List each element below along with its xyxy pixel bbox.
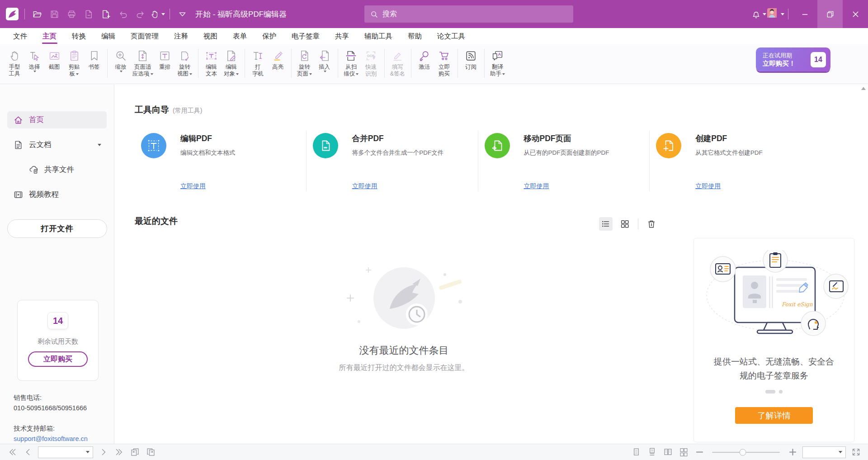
ribbon-tool-insert-pages[interactable]: 插入 [315,47,335,72]
use-now-link[interactable]: 立即使用 [524,182,549,190]
use-now-link[interactable]: 立即使用 [352,182,377,190]
ribbon-tool-translate[interactable]: A翻译助手 [488,47,508,77]
open-file-button[interactable]: 打开文件 [7,219,107,238]
carousel-dot-active[interactable] [765,390,775,394]
ribbon-tool-typewriter[interactable]: 打字机 [248,47,268,77]
next-page-button[interactable] [97,446,109,458]
ribbon-tool-zoom[interactable]: 缩放 [111,47,131,72]
ribbon-tool-ocr[interactable]: OCR快速识别 [361,47,381,77]
next-view-button[interactable] [145,446,156,458]
save-icon[interactable] [46,5,63,23]
first-page-button[interactable] [6,446,18,458]
ribbon-tool-highlight[interactable]: 高亮 [268,47,288,71]
print-icon[interactable] [63,5,80,23]
use-now-link[interactable]: 立即使用 [695,182,721,190]
grid-view-button[interactable] [618,217,632,231]
fullscreen-button[interactable] [850,446,862,458]
ribbon-tool-label: 激活 [419,64,430,71]
menu-item-4[interactable]: 页面管理 [123,28,166,44]
ribbon-tool-rotate-pages[interactable]: 旋转页面 [295,47,315,77]
support-email-link[interactable]: support@foxitsoftware.cn [14,434,88,444]
zoom-level-combobox[interactable] [802,446,846,458]
ribbon-tool-label: 立即 [439,64,450,71]
ribbon-tool-fit-page[interactable]: 页面适应选项 [131,47,155,77]
prev-page-button[interactable] [22,446,34,458]
sidebar-item-1[interactable]: 云文档 [7,136,107,153]
redo-icon[interactable] [132,5,149,23]
ribbon-tool-edit-text[interactable]: 编辑文本 [202,47,222,77]
facing-continuous-view-button[interactable] [678,446,689,458]
ribbon-tool-clipboard[interactable]: 剪贴板 [64,47,84,77]
menu-item-0[interactable]: 文件 [5,28,35,44]
account-button[interactable] [767,5,784,23]
use-now-link[interactable]: 立即使用 [180,182,206,190]
menu-item-6[interactable]: 视图 [196,28,225,44]
previous-view-button[interactable] [129,446,141,458]
ribbon-tool-bookmark[interactable]: 书签 [84,47,104,71]
page-number-combobox[interactable] [38,446,93,458]
menu-item-2[interactable]: 转换 [64,28,94,44]
scroll-up-arrow[interactable] [861,87,866,90]
ribbon-tool-fill-sign[interactable]: 填写&签名 [388,47,408,77]
zoom-in-button[interactable] [787,446,798,458]
menu-item-9[interactable]: 电子签章 [284,28,327,44]
recent-view-controls [599,217,664,231]
zoom-slider-thumb[interactable] [739,449,746,455]
menu-item-13[interactable]: 论文工具 [429,28,473,44]
ribbon-tool-scanner[interactable]: 从扫描仪 [341,47,361,77]
single-page-view-button[interactable] [630,446,642,458]
close-button[interactable] [843,0,868,28]
buy-now-icon [438,47,450,64]
ribbon-tool-snapshot[interactable]: 截图 [44,47,64,71]
titlebar: 开始 - 福昕高级PDF编辑器 [0,0,868,28]
sidebar-item-2[interactable]: 共享文件 [7,161,107,178]
menu-item-7[interactable]: 表单 [225,28,255,44]
chevron-down-icon[interactable] [98,144,101,146]
continuous-view-button[interactable] [646,446,658,458]
ribbon-tool-select[interactable]: 选择 [24,47,44,72]
sidebar-item-0[interactable]: 首页 [7,111,107,128]
sidebar-item-3[interactable]: 视频教程 [7,186,107,203]
menu-item-3[interactable]: 编辑 [94,28,123,44]
new-document-icon[interactable] [97,5,114,23]
menu-item-11[interactable]: 辅助工具 [357,28,400,44]
facing-view-button[interactable] [662,446,674,458]
ribbon-tool-buy-now[interactable]: 立即购买 [434,47,454,77]
menu-item-10[interactable]: 共享 [327,28,357,44]
carousel-dot[interactable] [779,390,783,394]
minimize-button[interactable] [792,0,817,28]
ribbon-tool-activate[interactable]: 激活 [415,47,434,71]
ribbon-tool-rotate-view[interactable]: 旋转视图 [175,47,195,77]
collapse-ribbon-icon[interactable] [174,5,191,23]
trial-badge[interactable]: 正在试用期 立即购买！ 14 [756,47,830,71]
learn-more-button[interactable]: 了解详情 [735,407,813,424]
open-file-icon[interactable] [28,5,46,23]
ribbon-tool-edit-object[interactable]: 编辑对象 [222,47,241,77]
menu-item-12[interactable]: 帮助 [400,28,429,44]
search-input[interactable] [382,10,568,18]
dropdown-arrow-icon [236,73,239,75]
list-view-button[interactable] [599,217,613,231]
tool-card-merge-pdf: 合并PDF将多个文件合并生成一个PDF文件立即使用 [307,127,478,195]
export-page-icon[interactable] [80,5,97,23]
notifications-button[interactable] [750,5,767,23]
zoom-slider[interactable] [712,452,780,453]
dropdown-arrow-icon [763,13,766,15]
clear-recent-button[interactable] [645,217,658,231]
ribbon-group-divider [291,49,292,78]
buy-now-button[interactable]: 立即购买 [28,351,88,367]
ribbon-tool-subscribe[interactable]: 订阅 [461,47,481,71]
ribbon-tool-label: 高亮 [272,64,283,71]
ribbon-tool-label: 文本 [206,71,217,77]
hand-tool-quick-icon[interactable] [149,5,166,23]
ribbon-tool-hand-tool[interactable]: 手型工具 [5,47,24,77]
search-box[interactable] [364,5,573,23]
undo-icon[interactable] [114,5,132,23]
menu-item-8[interactable]: 保护 [255,28,284,44]
ribbon-tool-reflow[interactable]: 重排 [155,47,175,71]
restore-button[interactable] [817,0,843,28]
menu-item-1[interactable]: 主页 [35,28,64,44]
zoom-out-button[interactable] [693,446,705,458]
menu-item-5[interactable]: 注释 [166,28,196,44]
last-page-button[interactable] [113,446,125,458]
